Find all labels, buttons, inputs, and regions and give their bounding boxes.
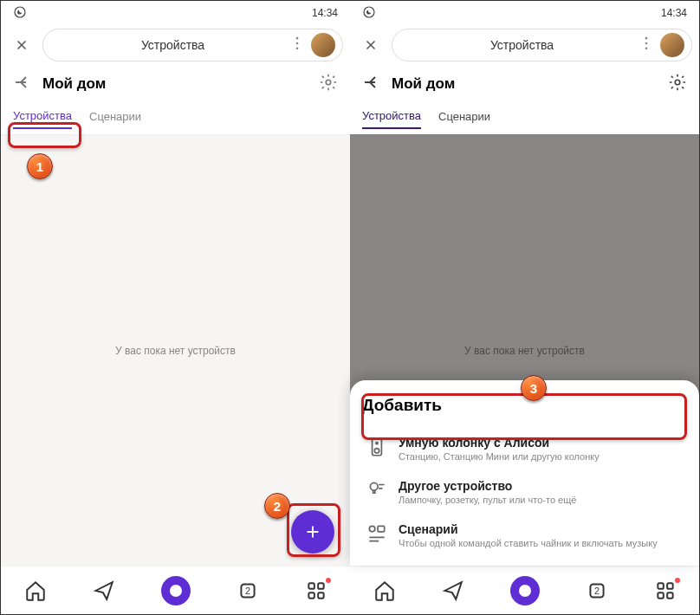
avatar[interactable] [660, 33, 684, 57]
sheet-item-subtitle: Чтобы одной командой ставить чайник и вк… [399, 538, 658, 548]
tab-scenarios[interactable]: Сценарии [438, 110, 490, 128]
svg-point-14 [645, 48, 648, 50]
tab-devices[interactable]: Устройства [362, 109, 421, 129]
nav-tabs-icon[interactable]: 2 [237, 579, 259, 602]
sheet-item-title: Сценарий [399, 522, 658, 536]
screen-right: 14:34 Устройства Мой дом Устройства Сцен… [350, 1, 699, 614]
kebab-icon[interactable] [638, 35, 655, 55]
svg-rect-10 [318, 592, 324, 599]
sheet-title: Добавить [362, 396, 687, 415]
nav-tabs-icon[interactable]: 2 [586, 579, 608, 602]
svg-text:2: 2 [593, 586, 599, 596]
nav-alice-button[interactable] [161, 576, 191, 605]
empty-state: У вас пока нет устройств [1, 134, 350, 566]
status-bar: 14:34 [1, 1, 350, 25]
nav-send-icon[interactable] [93, 579, 115, 602]
status-time: 14:34 [661, 7, 687, 19]
svg-point-11 [364, 7, 374, 17]
gear-icon[interactable] [668, 73, 687, 95]
nav-apps-icon[interactable] [654, 579, 677, 602]
status-time: 14:34 [312, 7, 338, 19]
svg-rect-21 [378, 526, 385, 532]
screen-left: 14:34 Устройства Мой дом Устройства Сцен… [1, 1, 350, 614]
sheet-item-title: Умную колонку с Алисой [399, 436, 600, 450]
svg-point-3 [296, 48, 299, 50]
svg-point-18 [376, 443, 378, 444]
empty-message: У вас пока нет устройств [115, 345, 236, 357]
svg-rect-27 [667, 592, 673, 599]
svg-point-15 [675, 80, 680, 85]
search-label: Устройства [57, 38, 288, 52]
svg-rect-25 [667, 583, 673, 589]
search-pill[interactable]: Устройства [392, 29, 692, 62]
sheet-item-subtitle: Лампочку, розетку, пульт или что-то ещё [399, 495, 576, 505]
tab-devices[interactable]: Устройства [13, 109, 72, 129]
sheet-item-subtitle: Станцию, Станцию Мини или другую колонку [399, 451, 600, 462]
svg-point-20 [369, 526, 375, 532]
back-arrow-icon[interactable] [13, 72, 34, 96]
bottom-nav: 2 [1, 566, 350, 614]
svg-rect-7 [308, 583, 314, 589]
scenario-icon [366, 522, 388, 545]
page-header: Мой дом [1, 65, 350, 103]
svg-point-17 [374, 449, 379, 453]
page-header: Мой дом [350, 65, 699, 103]
svg-point-19 [370, 482, 378, 490]
empty-message: У вас пока нет устройств [464, 345, 585, 357]
add-sheet: Добавить Умную колонку с Алисой Станцию,… [350, 380, 699, 566]
status-bar: 14:34 [350, 1, 699, 25]
search-row: Устройства [1, 25, 350, 65]
svg-point-0 [15, 7, 25, 17]
svg-text:2: 2 [244, 586, 250, 596]
svg-rect-24 [658, 583, 664, 589]
page-title: Мой дом [42, 75, 310, 93]
svg-point-1 [296, 37, 299, 40]
avatar[interactable] [311, 33, 335, 57]
search-row: Устройства [350, 25, 699, 65]
bottom-nav: 2 [350, 566, 699, 614]
svg-point-2 [296, 42, 299, 45]
tabs: Устройства Сценарии [350, 103, 699, 134]
close-button[interactable] [357, 31, 385, 59]
gear-icon[interactable] [319, 73, 338, 95]
svg-rect-9 [308, 592, 314, 599]
tabs: Устройства Сценарии [1, 103, 350, 134]
bulb-icon [366, 479, 388, 502]
whatsapp-icon [13, 5, 27, 22]
search-label: Устройства [406, 38, 638, 52]
nav-apps-icon[interactable] [305, 579, 327, 602]
svg-point-4 [326, 80, 331, 85]
sheet-item-smart-speaker[interactable]: Умную колонку с Алисой Станцию, Станцию … [362, 427, 687, 470]
svg-rect-26 [658, 592, 664, 599]
page-title: Мой дом [392, 75, 659, 93]
tab-scenarios[interactable]: Сценарии [89, 110, 141, 128]
sheet-item-other-device[interactable]: Другое устройство Лампочку, розетку, пул… [362, 470, 687, 514]
svg-rect-8 [318, 583, 324, 589]
sheet-item-scenario[interactable]: Сценарий Чтобы одной командой ставить ча… [362, 514, 687, 557]
kebab-icon[interactable] [288, 35, 306, 55]
svg-point-12 [645, 37, 648, 40]
nav-home-icon[interactable] [373, 579, 396, 602]
back-arrow-icon[interactable] [362, 72, 383, 96]
whatsapp-icon [362, 5, 376, 22]
svg-point-13 [645, 42, 648, 45]
nav-send-icon[interactable] [442, 579, 464, 602]
sheet-item-title: Другое устройство [399, 479, 576, 493]
nav-alice-button[interactable] [510, 576, 540, 605]
fab-add-button[interactable] [291, 510, 334, 554]
close-button[interactable] [8, 31, 36, 59]
speaker-icon [366, 436, 388, 458]
search-pill[interactable]: Устройства [42, 29, 343, 62]
nav-home-icon[interactable] [24, 579, 47, 602]
